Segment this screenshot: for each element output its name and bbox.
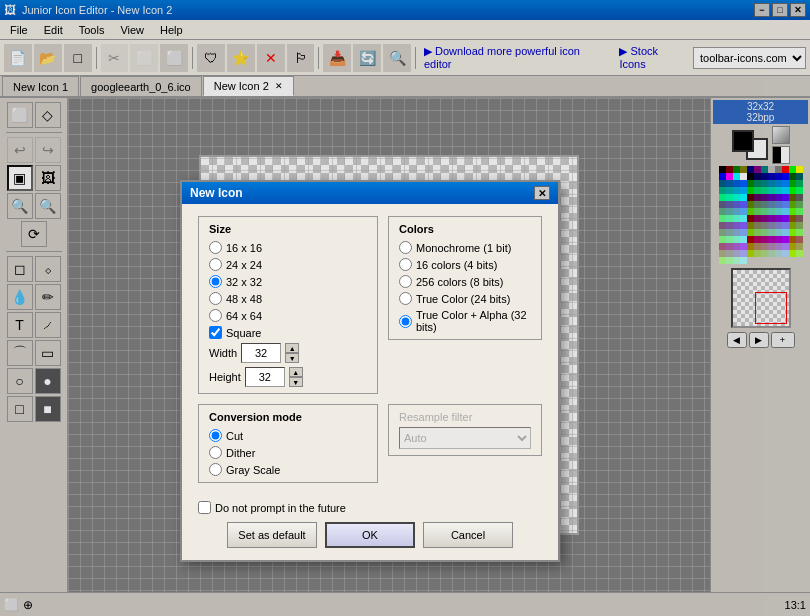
size-48-label: 48 x 48 — [226, 293, 262, 305]
dialog-close-button[interactable]: ✕ — [534, 186, 550, 200]
no-prompt-label: Do not prompt in the future — [215, 502, 346, 514]
size-inputs: Square Width ▲ ▼ Heig — [209, 326, 367, 387]
color-16-radio[interactable] — [399, 258, 412, 271]
conv-dither[interactable]: Dither — [209, 446, 367, 459]
upper-sections: Size 16 x 16 24 x 24 — [198, 216, 542, 394]
conv-grayscale-radio[interactable] — [209, 463, 222, 476]
height-row: Height ▲ ▼ — [209, 367, 367, 387]
ok-button[interactable]: OK — [325, 522, 415, 548]
new-icon-dialog: New Icon ✕ Size 16 x 16 — [180, 180, 560, 562]
color-mono[interactable]: Monochrome (1 bit) — [399, 241, 531, 254]
colors-section: Colors Monochrome (1 bit) 16 colors (4 b… — [388, 216, 542, 394]
conv-cut-label: Cut — [226, 430, 243, 442]
resample-combo[interactable]: Auto — [399, 427, 531, 449]
dialog-body: Size 16 x 16 24 x 24 — [182, 204, 558, 560]
colors-section-box: Colors Monochrome (1 bit) 16 colors (4 b… — [388, 216, 542, 340]
size-48-radio[interactable] — [209, 292, 222, 305]
square-checkbox[interactable] — [209, 326, 222, 339]
size-24-radio[interactable] — [209, 258, 222, 271]
colors-section-label: Colors — [399, 223, 531, 235]
size-radio-group: 16 x 16 24 x 24 32 x 32 — [209, 241, 367, 322]
width-input[interactable] — [241, 343, 281, 363]
conv-dither-label: Dither — [226, 447, 255, 459]
color-24bit-radio[interactable] — [399, 292, 412, 305]
width-spinners: ▲ ▼ — [285, 343, 299, 363]
color-16[interactable]: 16 colors (4 bits) — [399, 258, 531, 271]
resample-section: Resample filter Auto — [388, 404, 542, 493]
color-256-label: 256 colors (8 bits) — [416, 276, 503, 288]
size-64-label: 64 x 64 — [226, 310, 262, 322]
width-up[interactable]: ▲ — [285, 343, 299, 353]
conv-dither-radio[interactable] — [209, 446, 222, 459]
no-prompt-check[interactable]: Do not prompt in the future — [198, 501, 542, 514]
color-16-label: 16 colors (4 bits) — [416, 259, 497, 271]
size-32[interactable]: 32 x 32 — [209, 275, 367, 288]
conversion-section-box: Conversion mode Cut Dither — [198, 404, 378, 483]
color-mono-radio[interactable] — [399, 241, 412, 254]
size-section-label: Size — [209, 223, 367, 235]
height-down[interactable]: ▼ — [289, 377, 303, 387]
height-input[interactable] — [245, 367, 285, 387]
color-32bit-label: True Color + Alpha (32 bits) — [416, 309, 531, 333]
size-16[interactable]: 16 x 16 — [209, 241, 367, 254]
color-256-radio[interactable] — [399, 275, 412, 288]
size-24-label: 24 x 24 — [226, 259, 262, 271]
height-label: Height — [209, 371, 241, 383]
square-check-row: Square — [209, 326, 367, 339]
size-48[interactable]: 48 x 48 — [209, 292, 367, 305]
conv-cut-radio[interactable] — [209, 429, 222, 442]
set-default-button[interactable]: Set as default — [227, 522, 317, 548]
size-16-radio[interactable] — [209, 241, 222, 254]
conversion-label: Conversion mode — [209, 411, 367, 423]
size-section-box: Size 16 x 16 24 x 24 — [198, 216, 378, 394]
no-prompt-row: Do not prompt in the future — [198, 501, 542, 514]
color-24bit-label: True Color (24 bits) — [416, 293, 510, 305]
size-24[interactable]: 24 x 24 — [209, 258, 367, 271]
color-24bit[interactable]: True Color (24 bits) — [399, 292, 531, 305]
color-32bit-radio[interactable] — [399, 315, 412, 328]
dialog-buttons: Set as default OK Cancel — [198, 522, 542, 548]
lower-sections: Conversion mode Cut Dither — [198, 404, 542, 493]
color-32bit[interactable]: True Color + Alpha (32 bits) — [399, 309, 531, 333]
conversion-section: Conversion mode Cut Dither — [198, 404, 378, 493]
size-16-label: 16 x 16 — [226, 242, 262, 254]
conv-cut[interactable]: Cut — [209, 429, 367, 442]
resample-label: Resample filter — [399, 411, 531, 423]
cancel-button[interactable]: Cancel — [423, 522, 513, 548]
size-32-label: 32 x 32 — [226, 276, 262, 288]
colors-radio-group: Monochrome (1 bit) 16 colors (4 bits) 25… — [399, 241, 531, 333]
color-mono-label: Monochrome (1 bit) — [416, 242, 511, 254]
color-256[interactable]: 256 colors (8 bits) — [399, 275, 531, 288]
dialog-title-bar: New Icon ✕ — [182, 182, 558, 204]
size-64[interactable]: 64 x 64 — [209, 309, 367, 322]
width-down[interactable]: ▼ — [285, 353, 299, 363]
no-prompt-checkbox[interactable] — [198, 501, 211, 514]
conversion-radio-group: Cut Dither Gray Scale — [209, 429, 367, 476]
square-label: Square — [226, 327, 261, 339]
conv-grayscale-label: Gray Scale — [226, 464, 280, 476]
dialog-title-text: New Icon — [190, 186, 243, 200]
dialog-overlay: New Icon ✕ Size 16 x 16 — [0, 0, 810, 616]
width-label: Width — [209, 347, 237, 359]
size-section: Size 16 x 16 24 x 24 — [198, 216, 378, 394]
height-spinners: ▲ ▼ — [289, 367, 303, 387]
size-32-radio[interactable] — [209, 275, 222, 288]
conv-grayscale[interactable]: Gray Scale — [209, 463, 367, 476]
width-row: Width ▲ ▼ — [209, 343, 367, 363]
size-64-radio[interactable] — [209, 309, 222, 322]
resample-section-box: Resample filter Auto — [388, 404, 542, 456]
height-up[interactable]: ▲ — [289, 367, 303, 377]
